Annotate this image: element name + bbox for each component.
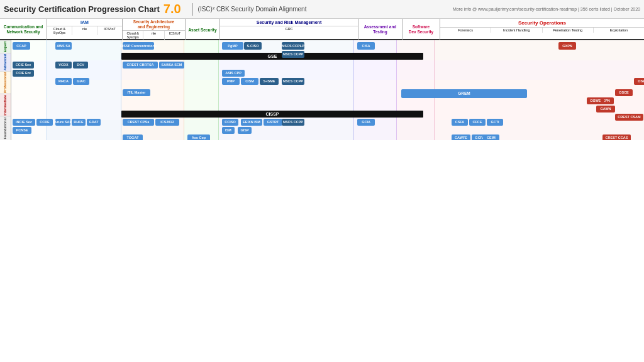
cert-ass-cop[interactable]: Ass Cop xyxy=(187,134,210,140)
col-iam-sub3: ICS/IoT xyxy=(97,26,122,35)
cert-dswe[interactable]: DSWE xyxy=(587,97,604,104)
cert-cissp-conc[interactable]: CISSP Concentrations xyxy=(123,42,154,50)
col-asset: Asset Security xyxy=(186,19,220,40)
row-advanced: Advanced xyxy=(0,53,11,71)
cert-gxpn-top[interactable]: GXPN xyxy=(558,42,576,50)
cert-gisp[interactable]: GISP xyxy=(238,127,252,134)
col-assess: Assessment andTesting xyxy=(358,19,402,40)
cert-ccie-sec[interactable]: CCIE Sec xyxy=(13,62,34,69)
col-iam-subs: Cloud & SysOps nle ICS/IoT xyxy=(47,26,122,35)
col-risk-subs: GRC xyxy=(220,26,358,31)
column-headers: Communication andNetwork Security IAM Cl… xyxy=(0,19,644,40)
cert-azure-sap[interactable]: Azure SAP xyxy=(55,119,70,126)
cert-cciso[interactable]: CCISO xyxy=(222,119,238,126)
col-secops-subs: Forensics Incident Handling Penetration … xyxy=(440,27,644,33)
header-divider xyxy=(192,3,193,16)
col-secops-sub4: Exploitation xyxy=(594,28,644,33)
col-iam: IAM Cloud & SysOps nle ICS/IoT xyxy=(47,19,123,40)
cert-nscs-ccpp3[interactable]: NSCS CCPP xyxy=(282,119,304,126)
col-iam-label: IAM xyxy=(80,19,89,25)
cert-osee[interactable]: OSEE xyxy=(634,78,644,85)
col-iam-sub1: Cloud & SysOps xyxy=(47,26,72,35)
cert-sabsa-scm[interactable]: SABSA SCM xyxy=(159,62,184,69)
cert-cisa[interactable]: CISA xyxy=(357,42,375,50)
cert-cism[interactable]: CISM xyxy=(241,78,258,85)
col-secops-sub1: Forensics xyxy=(440,28,491,33)
cert-csfa[interactable]: CSFA xyxy=(452,119,468,126)
cert-gstrt[interactable]: GSTRT xyxy=(264,119,282,126)
col-arch-sub1: Cloud & SysOps xyxy=(123,31,143,40)
cert-asis-cpp[interactable]: ASIS CPP xyxy=(222,70,245,77)
cert-giac[interactable]: GIAC xyxy=(73,78,89,85)
page-title: Security Certification Progression Chart xyxy=(4,4,160,14)
row-labels: Expert Advanced Professional Intermediat… xyxy=(0,40,11,140)
cert-eeixn-ism[interactable]: EEIXN ISM xyxy=(241,119,262,126)
header: Security Certification Progression Chart… xyxy=(0,0,644,19)
col-secops-sub2: Incident Handling xyxy=(491,28,542,33)
col-asset-label: Asset Security xyxy=(188,28,216,32)
cert-rhce[interactable]: RHCE xyxy=(72,119,86,126)
cert-ccap[interactable]: CCAP xyxy=(13,42,30,50)
cert-crest-ccas[interactable]: CREST CCAS xyxy=(602,134,631,140)
cert-cawfe[interactable]: CAWFE xyxy=(452,134,470,140)
col-software: SoftwareDev Security xyxy=(402,19,440,40)
main-grid: GSE CISSP CASP+ Programming Language: Py… xyxy=(11,40,644,140)
col-comms: Communication andNetwork Security xyxy=(0,19,47,40)
cert-gcia[interactable]: GCIA xyxy=(357,119,375,126)
row-expert: Expert xyxy=(0,40,11,53)
header-info: More info @ www.pauljerimy.com/security-… xyxy=(453,7,640,11)
cert-gcti[interactable]: GCTI xyxy=(487,119,503,126)
cert-pcnse[interactable]: PCNSE xyxy=(13,127,31,134)
col-arch-sub3: ICS/IoT xyxy=(165,31,185,40)
col-arch-label: Security Architectureand Engineering xyxy=(133,19,175,30)
cert-ccie-ent[interactable]: CCIE Ent xyxy=(13,70,34,77)
cert-nscs-ccpp2[interactable]: NSCS CCPP xyxy=(282,78,304,85)
row-professional: Professional xyxy=(0,71,11,94)
col-iam-sub2: nle xyxy=(72,26,97,35)
cert-s-ciso[interactable]: S-CISO xyxy=(244,42,262,50)
col-arch-subs: Cloud & SysOps nle ICS/IoT xyxy=(123,30,185,40)
version-badge: 7.0 xyxy=(164,2,181,16)
cert-cfce[interactable]: CFCE xyxy=(469,119,486,126)
cert-ism[interactable]: ISM xyxy=(222,127,235,134)
cert-dcv[interactable]: DCV xyxy=(73,62,88,69)
cert-vcdx[interactable]: VCDX xyxy=(55,62,72,69)
cert-osce[interactable]: OSCE xyxy=(615,89,633,96)
cert-pgmp[interactable]: PgMP xyxy=(222,42,243,50)
col-secops: Security Operations Forensics Incident H… xyxy=(440,19,644,40)
cert-crest-cbrtsa[interactable]: CREST CBRTSA xyxy=(123,62,158,69)
col-arch-sub2: nle xyxy=(143,31,164,40)
col-secops-label: Security Operations xyxy=(518,20,566,26)
cert-itil-master[interactable]: ITIL Master xyxy=(123,89,150,96)
app-container: Security Certification Progression Chart… xyxy=(0,0,644,140)
cert-incie-sec[interactable]: iNCIE Sec xyxy=(13,119,35,126)
cbk-title: (ISC)² CBK Security Domain Alignment xyxy=(198,6,453,13)
col-software-label: SoftwareDev Security xyxy=(409,25,433,35)
cert-rhca[interactable]: RHCA xyxy=(55,78,72,85)
content-area: Expert Advanced Professional Intermediat… xyxy=(0,40,644,140)
col-risk-sub1: GRC xyxy=(220,26,358,31)
cert-gawn[interactable]: GAWN xyxy=(596,106,615,112)
cert-nscs-ccpp[interactable]: NSCS CCPP xyxy=(282,51,304,58)
cert-s-isme[interactable]: S-ISME xyxy=(260,78,279,85)
row-foundational: Foundational xyxy=(0,116,11,140)
cert-pmp[interactable]: PMP xyxy=(222,78,240,85)
col-secops-sub3: Penetration Testing xyxy=(543,28,594,33)
row-intermediate: Intermediate xyxy=(0,94,11,116)
cert-grem[interactable]: GREM xyxy=(401,89,527,98)
col-risk: Security and Risk Management GRC xyxy=(220,19,358,40)
cert-togaf[interactable]: TOGAF xyxy=(123,134,143,140)
cert-ccde[interactable]: CCDE xyxy=(36,119,53,126)
cert-crest-csam[interactable]: CREST CSAM xyxy=(615,114,643,121)
cert-aws-sa[interactable]: AWS SA xyxy=(55,42,72,50)
col-risk-label: Security and Risk Management xyxy=(257,20,321,25)
col-arch: Security Architectureand Engineering Clo… xyxy=(123,19,186,40)
cert-gdat[interactable]: GDAT xyxy=(87,119,101,126)
cissp-bar: CISSP xyxy=(121,111,423,118)
cert-nscs-ccplp[interactable]: NSCS CCPLP xyxy=(282,42,304,50)
col-assess-label: Assessment andTesting xyxy=(364,25,397,35)
cert-crest-cpsa[interactable]: CREST CPSa xyxy=(123,119,154,126)
cert-ics2612[interactable]: ICS2612 xyxy=(155,119,179,126)
col-comms-label: Communication andNetwork Security xyxy=(4,25,43,35)
cert-ceim[interactable]: CEIM xyxy=(483,134,499,140)
